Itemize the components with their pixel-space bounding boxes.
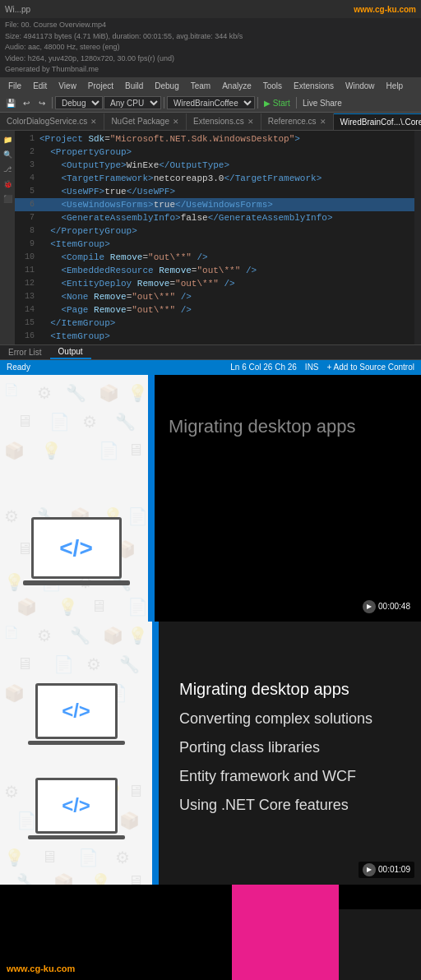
pattern-icon: 💡 bbox=[127, 626, 148, 645]
menu-edit[interactable]: Edit bbox=[28, 78, 52, 95]
status-ins: INS bbox=[305, 363, 319, 372]
toolbar-save-btn[interactable]: 💾 bbox=[3, 95, 18, 110]
tab-close-icon[interactable]: ✕ bbox=[173, 118, 179, 126]
laptop-top: </> bbox=[28, 683, 125, 745]
tab-extensions[interactable]: Extensions.cs ✕ bbox=[187, 113, 261, 130]
pattern-icon: 📄 bbox=[99, 441, 119, 460]
slide1-right-panel: Migrating desktop apps bbox=[152, 375, 421, 622]
menu-build[interactable]: Build bbox=[120, 78, 148, 95]
slide2-left-panel: 📄 ⚙ 🔧 📦 💡 🖥 📄 ⚙ 🔧 📦 💡 🖥 📄 ⚙ 🔧 📦 💡 🖥 📄 bbox=[0, 622, 152, 885]
pattern-icon: 💡 bbox=[4, 848, 25, 867]
laptop-base bbox=[23, 580, 130, 585]
pattern-icon: 🖥 bbox=[41, 848, 58, 867]
editor-line: 10 <Compile Remove="out\**" /> bbox=[15, 251, 414, 264]
pattern-icon: ⚙ bbox=[37, 383, 52, 403]
cpu-config-select[interactable]: Any CPU bbox=[104, 96, 161, 109]
menu-analyze[interactable]: Analyze bbox=[217, 78, 257, 95]
editor-line: 2 <PropertyGroup> bbox=[15, 146, 414, 159]
pattern-icon: 📦 bbox=[16, 597, 37, 617]
pattern-icon: 📄 bbox=[127, 597, 148, 617]
explorer-icon[interactable]: 📁 bbox=[2, 134, 13, 146]
laptop-screen-top: </> bbox=[35, 683, 118, 739]
toolbar-undo-btn[interactable]: ↩ bbox=[19, 95, 34, 110]
watermark-top-right: www.cg-ku.com bbox=[354, 5, 416, 14]
play-button-1[interactable]: ▶ bbox=[363, 600, 376, 613]
course-item-2[interactable]: Converting complex solutions bbox=[179, 710, 400, 728]
menu-view[interactable]: View bbox=[53, 78, 81, 95]
laptop-base-bottom bbox=[28, 835, 125, 839]
status-line-col: Ln 6 Col 26 Ch 26 bbox=[230, 363, 297, 372]
file-info-line2: Size: 4941173 bytes (4.71 MiB), duration… bbox=[5, 31, 416, 43]
course-item-4[interactable]: Entity framework and WCF bbox=[179, 768, 400, 785]
course-item-1[interactable]: Migrating desktop apps bbox=[179, 680, 400, 699]
toolbar-redo-btn[interactable]: ↪ bbox=[35, 95, 49, 110]
extensions-icon[interactable]: ⬛ bbox=[2, 193, 13, 205]
video-slide-2: 📄 ⚙ 🔧 📦 💡 🖥 📄 ⚙ 🔧 📦 💡 🖥 📄 ⚙ 🔧 📦 💡 🖥 📄 bbox=[0, 622, 421, 885]
code-icon-top: </> bbox=[62, 700, 90, 723]
tab-close-icon[interactable]: ✕ bbox=[248, 118, 254, 126]
tab-color-dialog[interactable]: ColorDialogService.cs ✕ bbox=[0, 113, 104, 130]
menu-window[interactable]: Window bbox=[340, 78, 380, 95]
pattern-icon: 🔧 bbox=[70, 626, 90, 645]
menu-bar: File Edit View Project Build Debug Team … bbox=[0, 78, 421, 95]
editor-line: 8 </PropertyGroup> bbox=[15, 224, 414, 238]
debug-icon[interactable]: 🐞 bbox=[2, 178, 13, 190]
git-icon[interactable]: ⎇ bbox=[2, 164, 13, 175]
pattern-icon: 🖥 bbox=[127, 872, 144, 885]
pattern-icon: 📄 bbox=[4, 626, 18, 639]
panel-tab-output[interactable]: Output bbox=[50, 345, 91, 359]
live-share-button[interactable]: Live Share bbox=[299, 95, 345, 110]
laptop-base-top bbox=[28, 741, 125, 745]
pattern-icon: 📄 bbox=[53, 654, 74, 674]
pattern-icon: 🖥 bbox=[90, 597, 107, 616]
pattern-icon: 📦 bbox=[4, 683, 25, 703]
course-item-5[interactable]: Using .NET Core features bbox=[179, 797, 400, 814]
status-ready: Ready bbox=[7, 363, 30, 372]
menu-extensions[interactable]: Extensions bbox=[289, 78, 339, 95]
menu-file[interactable]: File bbox=[3, 78, 26, 95]
pattern-icon: 📦 bbox=[4, 441, 25, 460]
menu-debug[interactable]: Debug bbox=[150, 78, 183, 95]
pattern-icon: 📦 bbox=[103, 626, 123, 645]
toolbar: 💾 ↩ ↪ Debug Any CPU WiredBrainCoffee ▶ S… bbox=[0, 95, 421, 113]
start-button[interactable]: ▶ Start bbox=[261, 95, 294, 110]
pattern-icon: 📄 bbox=[4, 383, 18, 396]
tab-nuget[interactable]: NuGet Package ✕ bbox=[104, 113, 187, 130]
course-item-3[interactable]: Porting class libraries bbox=[179, 739, 400, 756]
menu-tools[interactable]: Tools bbox=[258, 78, 287, 95]
bottom-panel: Error List Output bbox=[0, 344, 421, 360]
menu-team[interactable]: Team bbox=[186, 78, 215, 95]
menu-project[interactable]: Project bbox=[83, 78, 118, 95]
search-icon[interactable]: 🔍 bbox=[2, 149, 13, 160]
play-button-2[interactable]: ▶ bbox=[363, 863, 376, 876]
project-select[interactable]: WiredBrainCoffee bbox=[167, 96, 255, 109]
pattern-icon: 💡 bbox=[58, 597, 78, 617]
pattern-icon: 📄 bbox=[49, 412, 70, 432]
editor-layout: 📁 🔍 ⎇ 🐞 ⬛ 1 <Project Sdk="Microsoft.NET.… bbox=[0, 131, 421, 344]
tab-csproj[interactable]: WiredBrainCof...\.Core.csproj* ✕ bbox=[334, 113, 421, 130]
status-source-control[interactable]: + Add to Source Control bbox=[327, 363, 414, 372]
editor-line: 6 <UseWindowsForms>true</UseWindowsForms… bbox=[15, 198, 414, 211]
tab-close-icon[interactable]: ✕ bbox=[320, 118, 326, 126]
slide1-title: Migrating desktop apps bbox=[169, 416, 355, 437]
tab-reference[interactable]: Reference.cs ✕ bbox=[261, 113, 334, 130]
panel-tab-error-list[interactable]: Error List bbox=[0, 345, 50, 359]
pattern-icon: 📦 bbox=[99, 383, 119, 403]
pattern-icon: 💡 bbox=[127, 383, 148, 403]
pattern-icon: 📄 bbox=[78, 848, 99, 867]
pattern-icon: ⚙ bbox=[4, 782, 19, 802]
blue-bar-2 bbox=[152, 622, 159, 885]
video-slide-1: 📄 ⚙ 🔧 📦 💡 🖥 📄 ⚙ 🔧 📦 💡 📄 🖥 ⚙ 🔧 📦 💡 📄 🖥 bbox=[0, 375, 421, 622]
pattern-icon: ⚙ bbox=[37, 626, 52, 645]
file-info-panel: File: 00. Course Overview.mp4 Size: 4941… bbox=[0, 18, 421, 78]
file-info-line5: Generated by Thumbnail.me bbox=[5, 64, 416, 76]
editor-scrollbar[interactable] bbox=[414, 131, 421, 344]
menu-help[interactable]: Help bbox=[382, 78, 409, 95]
tab-label: ColorDialogService.cs bbox=[7, 117, 87, 126]
editor-line: 16 <ItemGroup> bbox=[15, 330, 414, 343]
tab-close-icon[interactable]: ✕ bbox=[90, 118, 97, 126]
code-editor[interactable]: 1 <Project Sdk="Microsoft.NET.Sdk.Window… bbox=[15, 131, 414, 344]
editor-line: 12 <EntityDeploy Remove="out\**" /> bbox=[15, 277, 414, 290]
debug-config-select[interactable]: Debug bbox=[55, 96, 103, 109]
toolbar-sep4 bbox=[296, 97, 297, 109]
